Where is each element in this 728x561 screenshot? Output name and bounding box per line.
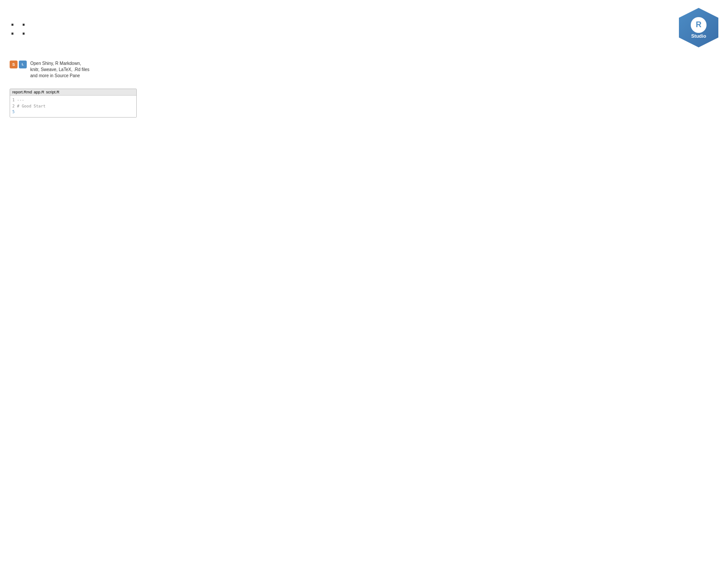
page: : : R Studio S L Open Shiny, R Markdown,… — [0, 0, 728, 561]
rstudio-logo: R Studio — [679, 8, 718, 47]
header: : : R Studio — [10, 8, 718, 47]
app-icons-row: S L Open Shiny, R Markdown,knitr, Sweave… — [10, 61, 137, 79]
documents-column: S L Open Shiny, R Markdown,knitr, Sweave… — [10, 54, 137, 118]
rmarkdown-screenshot: report.Rmd app.R script.R 1 --- 2 # Good… — [10, 89, 137, 118]
rmd-bar: report.Rmd app.R script.R — [10, 89, 136, 96]
rmd-body: 1 --- 2 # Good Start 5 — [10, 96, 136, 117]
header-title: : : — [10, 16, 26, 39]
main-content: S L Open Shiny, R Markdown,knitr, Sweave… — [10, 54, 718, 118]
app-icons: S L — [10, 61, 27, 68]
toolbar-labels — [10, 83, 137, 85]
latex-icon: L — [19, 61, 27, 68]
shiny-icon: S — [10, 61, 18, 68]
app-description: Open Shiny, R Markdown,knitr, Sweave, La… — [30, 61, 89, 79]
